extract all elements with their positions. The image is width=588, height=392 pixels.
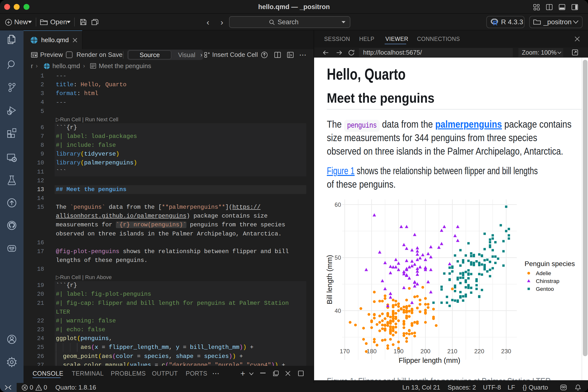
svg-text:170: 170 — [340, 348, 350, 354]
svg-text:40: 40 — [335, 308, 341, 314]
svg-text:200: 200 — [420, 348, 430, 354]
svg-text:R: R — [493, 19, 498, 26]
svg-text:Chinstrap: Chinstrap — [536, 278, 559, 284]
svg-text:Gentoo: Gentoo — [536, 286, 554, 292]
svg-text:60: 60 — [335, 202, 341, 208]
svg-text:190: 190 — [394, 348, 404, 354]
svg-text:Flipper length (mm): Flipper length (mm) — [398, 356, 460, 364]
svg-text:210: 210 — [447, 348, 458, 354]
svg-text:180: 180 — [366, 348, 376, 354]
svg-text:230: 230 — [501, 348, 511, 354]
svg-text:Penguin species: Penguin species — [524, 260, 575, 268]
svg-text:50: 50 — [335, 254, 341, 261]
svg-text:Adelie: Adelie — [536, 270, 551, 276]
svg-text:Bill length (mm): Bill length (mm) — [326, 255, 334, 304]
svg-text:220: 220 — [474, 348, 484, 354]
